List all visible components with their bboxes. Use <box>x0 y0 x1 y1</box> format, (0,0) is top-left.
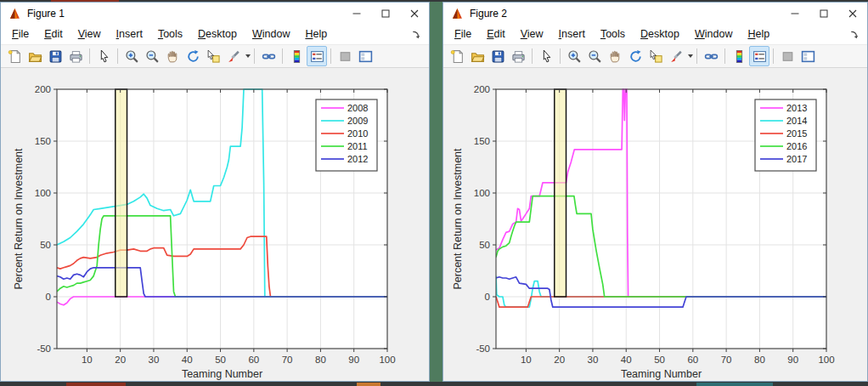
save-button[interactable] <box>488 46 508 66</box>
svg-text:60: 60 <box>248 355 259 365</box>
print-button[interactable] <box>508 46 528 66</box>
menu-view[interactable]: View <box>70 26 109 43</box>
svg-text:20: 20 <box>554 355 565 365</box>
menu-file[interactable]: File <box>4 26 37 43</box>
edit-plot-pointer-button[interactable] <box>536 46 556 66</box>
figure-1-titlebar[interactable]: Figure 1 <box>1 3 429 25</box>
svg-text:150: 150 <box>474 136 490 146</box>
svg-text:70: 70 <box>721 355 732 365</box>
svg-text:50: 50 <box>479 240 490 250</box>
svg-text:10: 10 <box>521 355 532 365</box>
dock-figure-icon[interactable] <box>844 28 864 41</box>
menu-tools[interactable]: Tools <box>593 26 633 43</box>
matlab-logo-icon <box>451 8 464 20</box>
rotate-3d-button[interactable] <box>183 46 203 66</box>
svg-text:2008: 2008 <box>347 103 368 113</box>
show-plot-tools-button[interactable] <box>798 46 818 66</box>
brush-data-button[interactable] <box>223 46 244 66</box>
svg-text:100: 100 <box>35 188 51 198</box>
zoom-in-button[interactable] <box>121 46 142 66</box>
rotate-3d-button[interactable] <box>625 46 645 66</box>
menu-desktop[interactable]: Desktop <box>633 26 687 43</box>
menu-edit[interactable]: Edit <box>37 26 70 43</box>
menu-window[interactable]: Window <box>687 26 740 43</box>
maximize-button[interactable] <box>809 3 838 25</box>
toolbar-divider <box>724 48 725 64</box>
menu-desktop[interactable]: Desktop <box>190 26 245 43</box>
figure-1-window: Figure 1 File Edit View Insert Tools Des… <box>0 2 430 382</box>
svg-text:2012: 2012 <box>347 154 368 164</box>
link-plot-button[interactable] <box>701 46 721 66</box>
svg-text:200: 200 <box>35 84 51 94</box>
svg-text:Teaming Number: Teaming Number <box>621 368 702 380</box>
svg-text:90: 90 <box>348 355 359 365</box>
insert-colorbar-button[interactable] <box>729 46 749 66</box>
dock-figure-icon[interactable] <box>406 28 426 41</box>
menu-insert[interactable]: Insert <box>551 26 593 43</box>
pan-hand-button[interactable] <box>605 46 625 66</box>
print-button[interactable] <box>65 46 86 66</box>
svg-text:2010: 2010 <box>347 128 368 139</box>
svg-text:200: 200 <box>474 84 490 94</box>
toolbar-divider <box>696 48 697 64</box>
new-file-button[interactable] <box>447 46 467 66</box>
show-plot-tools-button[interactable] <box>355 46 375 66</box>
zoom-in-button[interactable] <box>564 46 584 66</box>
window-title: Figure 1 <box>27 8 65 20</box>
svg-text:-50: -50 <box>476 343 490 354</box>
figure-2-titlebar[interactable]: Figure 2 <box>443 3 867 25</box>
toolbar-divider <box>532 48 533 64</box>
toolbar-divider <box>282 48 283 64</box>
open-file-button[interactable] <box>467 46 488 66</box>
data-cursor-button[interactable] <box>645 46 666 66</box>
pan-hand-button[interactable] <box>162 46 183 66</box>
menu-view[interactable]: View <box>513 26 551 43</box>
menu-edit[interactable]: Edit <box>479 26 513 43</box>
svg-text:90: 90 <box>787 355 798 365</box>
zoom-out-button[interactable] <box>142 46 162 66</box>
brush-data-button[interactable] <box>666 46 686 66</box>
hide-plot-tools-button[interactable] <box>777 46 798 66</box>
close-button[interactable] <box>400 3 429 25</box>
edit-plot-pointer-button[interactable] <box>93 46 114 66</box>
brush-dropdown-caret[interactable] <box>688 54 693 58</box>
svg-text:10: 10 <box>82 355 93 365</box>
link-plot-button[interactable] <box>258 46 279 66</box>
svg-text:Teaming Number: Teaming Number <box>182 368 262 380</box>
window-title: Figure 2 <box>470 8 507 20</box>
minimize-button[interactable] <box>342 3 371 25</box>
svg-text:100: 100 <box>818 355 834 365</box>
toolbar-divider <box>254 48 255 64</box>
hide-plot-tools-button[interactable] <box>335 46 355 66</box>
menu-window[interactable]: Window <box>245 26 297 43</box>
figure-2-plot[interactable]: 102030405060708090100-50050100150200Team… <box>443 68 867 381</box>
new-file-button[interactable] <box>4 46 25 66</box>
figure-2-menubar: File Edit View Insert Tools Desktop Wind… <box>443 25 867 44</box>
close-button[interactable] <box>838 3 867 25</box>
data-cursor-button[interactable] <box>203 46 223 66</box>
svg-text:20: 20 <box>115 355 126 365</box>
svg-text:2016: 2016 <box>786 141 807 151</box>
brush-dropdown-caret[interactable] <box>245 54 251 58</box>
maximize-button[interactable] <box>371 3 400 25</box>
menu-tools[interactable]: Tools <box>150 26 190 43</box>
toolbar-divider <box>89 48 90 64</box>
menu-help[interactable]: Help <box>297 26 335 43</box>
insert-legend-button[interactable] <box>307 46 327 66</box>
figure-1-plot[interactable]: 102030405060708090100-50050100150200Team… <box>1 68 429 381</box>
save-button[interactable] <box>45 46 65 66</box>
menu-file[interactable]: File <box>447 26 479 43</box>
zoom-out-button[interactable] <box>584 46 605 66</box>
svg-text:Percent Return on Investment: Percent Return on Investment <box>13 148 25 290</box>
desktop-accent <box>696 383 773 386</box>
svg-text:0: 0 <box>46 292 51 302</box>
open-file-button[interactable] <box>25 46 45 66</box>
toolbar-divider <box>117 48 118 64</box>
menu-insert[interactable]: Insert <box>109 26 150 43</box>
toolbar-divider <box>560 48 561 64</box>
figure-1-canvas: 102030405060708090100-50050100150200Team… <box>1 68 429 381</box>
minimize-button[interactable] <box>781 3 809 25</box>
insert-legend-button[interactable] <box>749 46 769 66</box>
insert-colorbar-button[interactable] <box>286 46 307 66</box>
menu-help[interactable]: Help <box>740 26 777 43</box>
